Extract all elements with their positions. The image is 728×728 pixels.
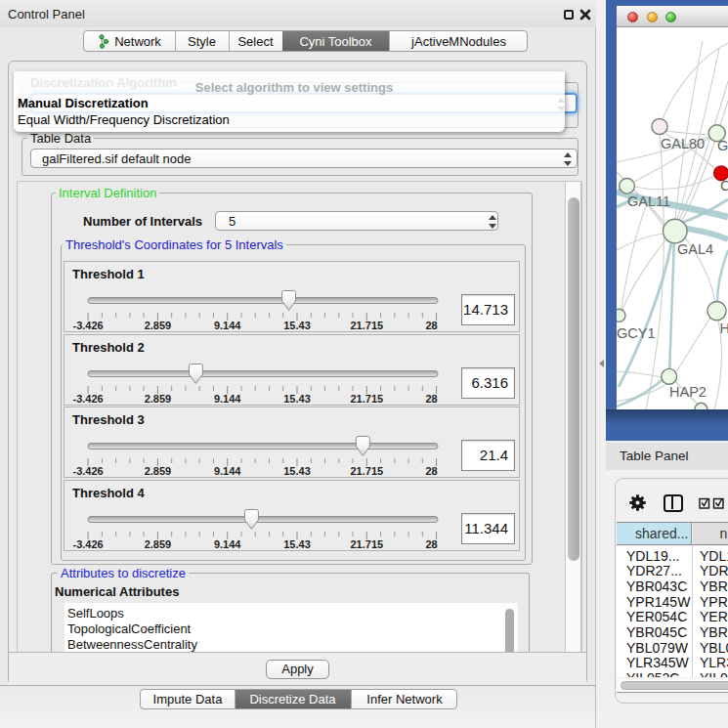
svg-text:H: H: [720, 321, 728, 336]
svg-text:HAP2: HAP2: [669, 384, 707, 400]
svg-text:GAL4: GAL4: [677, 241, 713, 257]
svg-text:GAL11: GAL11: [627, 193, 670, 209]
svg-text:C: C: [720, 178, 728, 193]
svg-text:G.: G.: [717, 138, 728, 153]
svg-text:GCY1: GCY1: [617, 325, 656, 341]
svg-text:GAL80: GAL80: [661, 136, 705, 151]
